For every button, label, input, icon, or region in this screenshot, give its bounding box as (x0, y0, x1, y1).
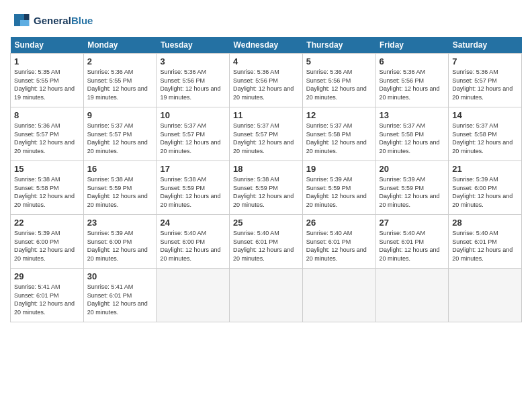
day-info: Sunrise: 5:40 AM Sunset: 6:01 PM Dayligh… (452, 229, 518, 263)
calendar-cell: 4 Sunrise: 5:36 AM Sunset: 5:56 PM Dayli… (230, 54, 303, 107)
day-info: Sunrise: 5:39 AM Sunset: 6:00 PM Dayligh… (452, 175, 518, 209)
calendar-cell: 28 Sunrise: 5:40 AM Sunset: 6:01 PM Dayl… (449, 215, 522, 269)
day-number: 23 (87, 218, 153, 228)
day-info: Sunrise: 5:36 AM Sunset: 5:55 PM Dayligh… (87, 68, 153, 101)
svg-marker-2 (24, 14, 30, 20)
day-number: 2 (87, 56, 153, 66)
page-container: GeneralBlue Sunday Monday Tuesday Wednes… (0, 0, 532, 329)
calendar-cell: 13 Sunrise: 5:37 AM Sunset: 5:58 PM Dayl… (375, 107, 449, 161)
logo: GeneralBlue (10, 10, 93, 30)
calendar-cell: 20 Sunrise: 5:39 AM Sunset: 5:59 PM Dayl… (375, 161, 449, 215)
day-info: Sunrise: 5:36 AM Sunset: 5:57 PM Dayligh… (452, 68, 518, 101)
day-info: Sunrise: 5:37 AM Sunset: 5:57 PM Dayligh… (160, 122, 226, 155)
calendar-table: Sunday Monday Tuesday Wednesday Thursday… (10, 37, 522, 322)
col-sunday: Sunday (11, 37, 84, 54)
calendar-cell: 9 Sunrise: 5:37 AM Sunset: 5:57 PM Dayli… (83, 107, 157, 161)
calendar-cell (157, 269, 230, 322)
col-monday: Monday (83, 37, 157, 54)
day-info: Sunrise: 5:38 AM Sunset: 5:59 PM Dayligh… (160, 175, 226, 209)
calendar-cell (302, 269, 375, 322)
calendar-cell: 12 Sunrise: 5:37 AM Sunset: 5:58 PM Dayl… (302, 107, 375, 161)
day-number: 19 (306, 164, 372, 174)
table-row: 1 Sunrise: 5:35 AM Sunset: 5:55 PM Dayli… (11, 54, 522, 107)
day-number: 10 (160, 110, 226, 120)
calendar-cell: 15 Sunrise: 5:38 AM Sunset: 5:58 PM Dayl… (11, 161, 84, 215)
col-saturday: Saturday (449, 37, 522, 54)
day-number: 11 (233, 110, 299, 120)
day-info: Sunrise: 5:41 AM Sunset: 6:01 PM Dayligh… (87, 283, 153, 316)
logo-text: GeneralBlue (34, 15, 93, 26)
day-info: Sunrise: 5:39 AM Sunset: 6:00 PM Dayligh… (87, 229, 153, 263)
calendar-cell: 1 Sunrise: 5:35 AM Sunset: 5:55 PM Dayli… (11, 54, 84, 107)
day-info: Sunrise: 5:36 AM Sunset: 5:57 PM Dayligh… (14, 122, 80, 155)
day-number: 26 (306, 218, 372, 228)
calendar-cell: 5 Sunrise: 5:36 AM Sunset: 5:56 PM Dayli… (302, 54, 375, 107)
calendar-cell: 11 Sunrise: 5:37 AM Sunset: 5:57 PM Dayl… (230, 107, 303, 161)
day-number: 20 (380, 164, 445, 174)
day-info: Sunrise: 5:37 AM Sunset: 5:58 PM Dayligh… (306, 122, 372, 155)
day-number: 1 (14, 56, 80, 66)
header: GeneralBlue (10, 10, 522, 30)
day-info: Sunrise: 5:39 AM Sunset: 6:00 PM Dayligh… (14, 229, 80, 263)
calendar-cell (230, 269, 303, 322)
calendar-cell: 8 Sunrise: 5:36 AM Sunset: 5:57 PM Dayli… (11, 107, 84, 161)
day-info: Sunrise: 5:40 AM Sunset: 6:01 PM Dayligh… (380, 229, 445, 263)
calendar-cell: 29 Sunrise: 5:41 AM Sunset: 6:01 PM Dayl… (11, 269, 84, 322)
col-friday: Friday (375, 37, 449, 54)
day-number: 24 (160, 218, 226, 228)
day-number: 3 (160, 56, 226, 66)
calendar-cell: 24 Sunrise: 5:40 AM Sunset: 6:00 PM Dayl… (157, 215, 230, 269)
calendar-cell: 14 Sunrise: 5:37 AM Sunset: 5:58 PM Dayl… (449, 107, 522, 161)
logo-icon (10, 10, 30, 30)
day-info: Sunrise: 5:37 AM Sunset: 5:57 PM Dayligh… (87, 122, 153, 155)
calendar-cell: 27 Sunrise: 5:40 AM Sunset: 6:01 PM Dayl… (375, 215, 449, 269)
calendar-cell: 18 Sunrise: 5:38 AM Sunset: 5:59 PM Dayl… (230, 161, 303, 215)
day-number: 14 (452, 110, 518, 120)
day-info: Sunrise: 5:38 AM Sunset: 5:58 PM Dayligh… (14, 175, 80, 209)
table-row: 29 Sunrise: 5:41 AM Sunset: 6:01 PM Dayl… (11, 269, 522, 322)
calendar-cell: 6 Sunrise: 5:36 AM Sunset: 5:56 PM Dayli… (375, 54, 449, 107)
day-number: 17 (160, 164, 226, 174)
col-thursday: Thursday (302, 37, 375, 54)
day-info: Sunrise: 5:38 AM Sunset: 5:59 PM Dayligh… (233, 175, 299, 209)
day-info: Sunrise: 5:40 AM Sunset: 6:01 PM Dayligh… (306, 229, 372, 263)
day-number: 16 (87, 164, 153, 174)
table-row: 8 Sunrise: 5:36 AM Sunset: 5:57 PM Dayli… (11, 107, 522, 161)
day-number: 7 (452, 56, 518, 66)
calendar-cell (375, 269, 449, 322)
day-number: 30 (87, 271, 153, 281)
col-wednesday: Wednesday (230, 37, 303, 54)
calendar-cell: 2 Sunrise: 5:36 AM Sunset: 5:55 PM Dayli… (83, 54, 157, 107)
day-info: Sunrise: 5:37 AM Sunset: 5:58 PM Dayligh… (380, 122, 445, 155)
table-row: 15 Sunrise: 5:38 AM Sunset: 5:58 PM Dayl… (11, 161, 522, 215)
day-number: 22 (14, 218, 80, 228)
calendar-cell: 23 Sunrise: 5:39 AM Sunset: 6:00 PM Dayl… (83, 215, 157, 269)
day-info: Sunrise: 5:38 AM Sunset: 5:59 PM Dayligh… (87, 175, 153, 209)
day-info: Sunrise: 5:40 AM Sunset: 6:00 PM Dayligh… (160, 229, 226, 263)
day-info: Sunrise: 5:37 AM Sunset: 5:58 PM Dayligh… (452, 122, 518, 155)
calendar-cell: 21 Sunrise: 5:39 AM Sunset: 6:00 PM Dayl… (449, 161, 522, 215)
table-row: 22 Sunrise: 5:39 AM Sunset: 6:00 PM Dayl… (11, 215, 522, 269)
day-info: Sunrise: 5:40 AM Sunset: 6:01 PM Dayligh… (233, 229, 299, 263)
day-number: 18 (233, 164, 299, 174)
calendar-cell: 3 Sunrise: 5:36 AM Sunset: 5:56 PM Dayli… (157, 54, 230, 107)
day-number: 25 (233, 218, 299, 228)
day-info: Sunrise: 5:39 AM Sunset: 5:59 PM Dayligh… (380, 175, 445, 209)
day-number: 27 (380, 218, 445, 228)
day-info: Sunrise: 5:37 AM Sunset: 5:57 PM Dayligh… (233, 122, 299, 155)
col-tuesday: Tuesday (157, 37, 230, 54)
calendar-cell: 22 Sunrise: 5:39 AM Sunset: 6:00 PM Dayl… (11, 215, 84, 269)
calendar-cell: 25 Sunrise: 5:40 AM Sunset: 6:01 PM Dayl… (230, 215, 303, 269)
calendar-cell: 19 Sunrise: 5:39 AM Sunset: 5:59 PM Dayl… (302, 161, 375, 215)
day-number: 15 (14, 164, 80, 174)
calendar-cell: 26 Sunrise: 5:40 AM Sunset: 6:01 PM Dayl… (302, 215, 375, 269)
day-number: 28 (452, 218, 518, 228)
svg-marker-3 (20, 20, 30, 26)
day-info: Sunrise: 5:36 AM Sunset: 5:56 PM Dayligh… (306, 68, 372, 101)
calendar-cell: 16 Sunrise: 5:38 AM Sunset: 5:59 PM Dayl… (83, 161, 157, 215)
calendar-cell: 30 Sunrise: 5:41 AM Sunset: 6:01 PM Dayl… (83, 269, 157, 322)
calendar-cell: 17 Sunrise: 5:38 AM Sunset: 5:59 PM Dayl… (157, 161, 230, 215)
day-number: 4 (233, 56, 299, 66)
calendar-cell: 7 Sunrise: 5:36 AM Sunset: 5:57 PM Dayli… (449, 54, 522, 107)
day-number: 6 (380, 56, 445, 66)
